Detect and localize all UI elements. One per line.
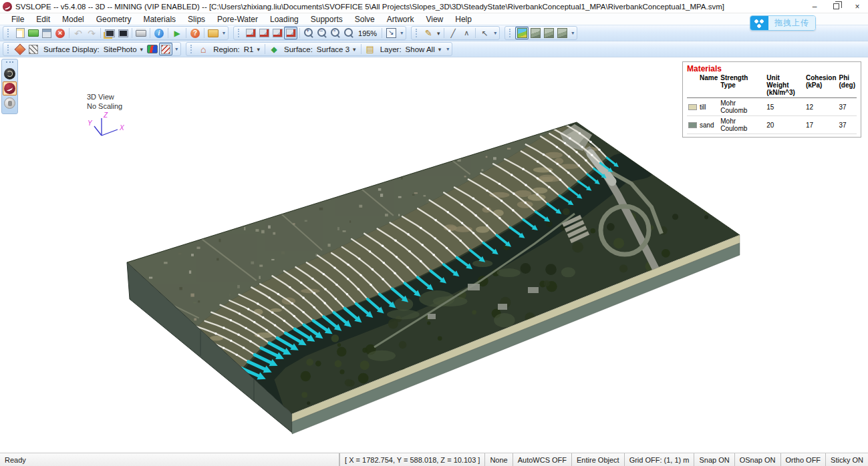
surface-display-label: Surface Display: bbox=[43, 45, 100, 53]
view-cube-4-icon[interactable] bbox=[555, 27, 569, 39]
surface-display-select[interactable]: SitePhoto bbox=[101, 45, 146, 53]
run-icon[interactable] bbox=[170, 27, 184, 39]
green-surface-icon[interactable] bbox=[267, 43, 281, 55]
svg-text:X: X bbox=[119, 124, 124, 132]
status-snap-toggle[interactable]: Snap ON bbox=[694, 453, 734, 466]
view-cube-3-icon[interactable] bbox=[542, 27, 555, 39]
slip-view-4-icon[interactable] bbox=[284, 27, 297, 39]
layer-label: Layer: bbox=[380, 45, 402, 53]
house-icon[interactable] bbox=[196, 43, 210, 55]
pan-extent-icon[interactable] bbox=[384, 27, 398, 39]
view-cube-2-icon[interactable] bbox=[529, 27, 542, 39]
svflux-icon bbox=[4, 68, 15, 79]
info-icon[interactable] bbox=[152, 27, 166, 39]
material-row-till[interactable]: till Mohr Coulomb 15 12 37 bbox=[687, 98, 857, 116]
zoom-window-icon[interactable] bbox=[342, 27, 355, 39]
region-select[interactable]: R1 bbox=[241, 45, 263, 53]
toolbar-main: +−▫195% bbox=[0, 25, 868, 41]
till-color-swatch bbox=[688, 104, 697, 110]
menu-artwork[interactable]: Artwork bbox=[381, 15, 420, 24]
viewport-canvas[interactable]: ZXY 3D View No Scaling Materials Name St… bbox=[0, 57, 868, 453]
view-iso-icon[interactable] bbox=[515, 27, 529, 39]
svg-text:Y: Y bbox=[88, 120, 93, 127]
menu-file[interactable]: File bbox=[5, 15, 30, 24]
status-bar: Ready [ X = 1782.754, Y = 588.018, Z = 1… bbox=[0, 453, 868, 466]
toolbar-group-draw bbox=[411, 26, 500, 40]
status-autowcs-toggle[interactable]: AutoWCS OFF bbox=[513, 453, 571, 466]
status-ortho-toggle[interactable]: Ortho OFF bbox=[780, 453, 826, 466]
close-button[interactable]: × bbox=[847, 0, 868, 13]
status-sticky-toggle[interactable]: Sticky ON bbox=[825, 453, 868, 466]
zoom-extents-icon[interactable]: ▫ bbox=[329, 27, 342, 39]
menu-edit[interactable]: Edit bbox=[30, 15, 56, 24]
window-title: SVSLOPE -- v5.4.08 -- 3D -- MINING (VIP … bbox=[15, 3, 724, 11]
menu-solve[interactable]: Solve bbox=[349, 15, 381, 24]
region-label: Region: bbox=[213, 45, 240, 53]
menu-loading[interactable]: Loading bbox=[264, 15, 305, 24]
draw-icon[interactable] bbox=[422, 27, 435, 39]
menu-help[interactable]: Help bbox=[449, 15, 478, 24]
menu-model[interactable]: Model bbox=[56, 15, 90, 24]
slip-view-1-icon[interactable] bbox=[244, 27, 257, 39]
toolbar-separator bbox=[168, 28, 168, 38]
toolbar-separator bbox=[132, 28, 132, 38]
layer-select[interactable]: Show All bbox=[403, 45, 444, 53]
module-svflux-button[interactable] bbox=[3, 67, 17, 81]
status-osnap-toggle[interactable]: OSnap ON bbox=[734, 453, 780, 466]
zoom-out-icon[interactable]: − bbox=[315, 27, 329, 39]
module-bar bbox=[1, 59, 18, 114]
open-icon[interactable] bbox=[27, 27, 40, 39]
layers-icon[interactable] bbox=[364, 43, 377, 55]
svslope-icon bbox=[4, 83, 15, 94]
close-icon[interactable] bbox=[53, 27, 67, 39]
material-row-sand[interactable]: sand Mohr Coulomb 20 17 37 bbox=[687, 116, 857, 134]
menu-supports[interactable]: Supports bbox=[305, 15, 349, 24]
checker-icon[interactable] bbox=[27, 43, 40, 55]
polyline-icon[interactable] bbox=[460, 27, 473, 39]
line-icon[interactable] bbox=[446, 27, 460, 39]
status-grid-toggle[interactable]: Grid OFF: (1, 1) m bbox=[624, 453, 694, 466]
toolbar-separator bbox=[204, 28, 204, 38]
menu-view[interactable]: View bbox=[420, 15, 449, 24]
dropdown-icon[interactable] bbox=[435, 27, 442, 39]
status-selection-mode[interactable]: None bbox=[484, 453, 512, 466]
toolbar-separator bbox=[444, 28, 444, 38]
gem-icon[interactable] bbox=[13, 43, 27, 55]
menu-materials[interactable]: Materials bbox=[137, 15, 182, 24]
toolbar-separator bbox=[382, 28, 382, 38]
status-entire-object[interactable]: Entire Object bbox=[571, 453, 624, 466]
new-icon[interactable] bbox=[13, 27, 27, 39]
redo-icon[interactable] bbox=[85, 27, 98, 39]
restore-button[interactable] bbox=[825, 0, 847, 13]
module-svslope-button[interactable] bbox=[3, 81, 17, 95]
open-folder-icon[interactable] bbox=[206, 27, 220, 39]
surface-select[interactable]: Surface 3 bbox=[314, 45, 359, 53]
minimize-button[interactable]: – bbox=[804, 0, 825, 13]
help-icon[interactable] bbox=[188, 27, 202, 39]
netdisk-upload-overlay[interactable]: 拖拽上传 bbox=[750, 15, 816, 31]
print-icon[interactable] bbox=[134, 27, 148, 39]
undo-icon[interactable] bbox=[71, 27, 85, 39]
svdesigner-icon bbox=[4, 97, 15, 109]
axis-triad: ZXY bbox=[88, 111, 124, 136]
slip-view-2-icon[interactable] bbox=[257, 27, 271, 39]
menu-slips[interactable]: Slips bbox=[182, 15, 211, 24]
snapshot-icon[interactable] bbox=[103, 27, 116, 39]
toolbar-separator bbox=[100, 28, 101, 38]
menu-geometry[interactable]: Geometry bbox=[90, 15, 138, 24]
zoom-in-icon[interactable]: + bbox=[302, 27, 315, 39]
module-svdesigner-button[interactable] bbox=[3, 96, 17, 110]
select-icon[interactable] bbox=[478, 27, 491, 39]
toolbar-group-file bbox=[3, 26, 229, 40]
restore-icon bbox=[833, 3, 839, 9]
save-icon[interactable] bbox=[40, 27, 53, 39]
monitor-icon[interactable] bbox=[116, 27, 130, 39]
hatch-icon[interactable] bbox=[159, 43, 172, 55]
toolbar-group-zoom: +−▫195% bbox=[233, 26, 406, 40]
menu-pore-water[interactable]: Pore-Water bbox=[211, 15, 264, 24]
surface-colors-icon[interactable] bbox=[146, 43, 159, 55]
toolbar-group-surface-display: Surface Display: SitePhoto bbox=[3, 42, 181, 56]
application-window: SVSLOPE -- v5.4.08 -- 3D -- MINING (VIP … bbox=[0, 0, 868, 466]
coordinate-readout: [ X = 1782.754, Y = 588.018, Z = 10.103 … bbox=[339, 453, 484, 466]
slip-view-3-icon[interactable] bbox=[271, 27, 284, 39]
